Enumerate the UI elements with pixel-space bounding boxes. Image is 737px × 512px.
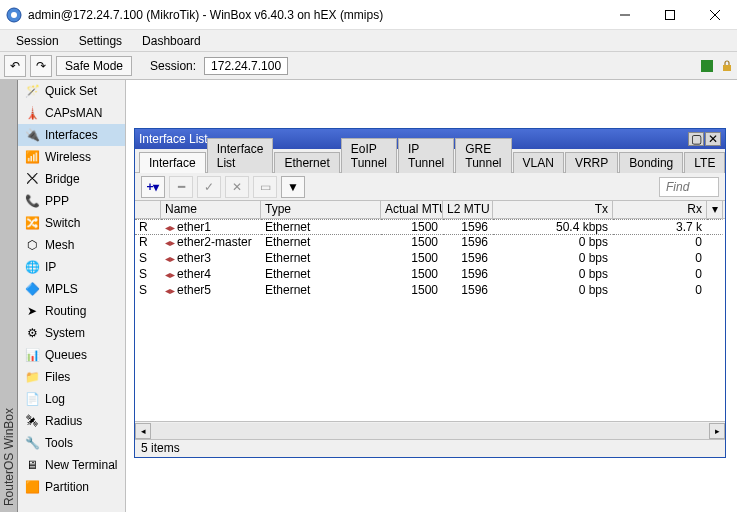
scroll-right-button[interactable]: ▸ xyxy=(709,423,725,439)
column-flag[interactable] xyxy=(135,201,161,218)
column-name[interactable]: Name xyxy=(161,201,261,218)
wand-icon: 🪄 xyxy=(24,83,40,99)
sidebar-item-radius[interactable]: 🛰Radius xyxy=(18,410,125,432)
sidebar-item-ppp[interactable]: 📞PPP xyxy=(18,190,125,212)
column-menu[interactable]: ▾ xyxy=(707,201,723,218)
undo-icon: ↶ xyxy=(10,59,20,73)
disable-button[interactable]: ✕ xyxy=(225,176,249,198)
files-icon: 📁 xyxy=(24,369,40,385)
subwindow-close-button[interactable]: ✕ xyxy=(705,132,721,146)
interface-icon: ◂▸ xyxy=(165,237,175,248)
sidebar-item-label: Bridge xyxy=(45,172,80,186)
cell-type: Ethernet xyxy=(261,219,381,235)
sidebar-item-capsman[interactable]: 🗼CAPsMAN xyxy=(18,102,125,124)
tab-eoip-tunnel[interactable]: EoIP Tunnel xyxy=(341,138,397,173)
sidebar-item-log[interactable]: 📄Log xyxy=(18,388,125,410)
sidebar-item-label: Tools xyxy=(45,436,73,450)
add-button[interactable]: +▾ xyxy=(141,176,165,198)
tab-ip-tunnel[interactable]: IP Tunnel xyxy=(398,138,454,173)
sidebar-item-label: Files xyxy=(45,370,70,384)
column-type[interactable]: Type xyxy=(261,201,381,218)
interface-list-window: Interface List ▢ ✕ InterfaceInterface Li… xyxy=(134,128,726,458)
sidebar-item-label: Log xyxy=(45,392,65,406)
sidebar-item-tools[interactable]: 🔧Tools xyxy=(18,432,125,454)
maximize-button[interactable] xyxy=(647,0,692,29)
sidebar-item-routing[interactable]: ➤Routing xyxy=(18,300,125,322)
scroll-track[interactable] xyxy=(151,423,709,439)
cell-tx: 0 bps xyxy=(493,251,613,267)
grid-header: Name Type Actual MTU L2 MTU Tx Rx ▾ xyxy=(135,201,725,219)
cross-icon: ✕ xyxy=(232,180,242,194)
dock-icon: ▢ xyxy=(691,132,702,146)
table-row[interactable]: R◂▸ether2-masterEthernet150015960 bps0 xyxy=(135,235,725,251)
term-icon: 🖥 xyxy=(24,457,40,473)
remove-button[interactable]: ━ xyxy=(169,176,193,198)
tab-gre-tunnel[interactable]: GRE Tunnel xyxy=(455,138,511,173)
tab-vrrp[interactable]: VRRP xyxy=(565,152,618,173)
sidebar-item-queues[interactable]: 📊Queues xyxy=(18,344,125,366)
sidebar-item-bridge[interactable]: 🞩Bridge xyxy=(18,168,125,190)
table-row[interactable]: S◂▸ether4Ethernet150015960 bps0 xyxy=(135,267,725,283)
filter-button[interactable]: ▼ xyxy=(281,176,305,198)
safe-mode-button[interactable]: Safe Mode xyxy=(56,56,132,76)
cell-name: ◂▸ether5 xyxy=(161,283,261,299)
cell-type: Ethernet xyxy=(261,283,381,299)
sidebar-item-partition[interactable]: 🟧Partition xyxy=(18,476,125,498)
sidebar-item-switch[interactable]: 🔀Switch xyxy=(18,212,125,234)
table-row[interactable]: S◂▸ether3Ethernet150015960 bps0 xyxy=(135,251,725,267)
sidebar-item-system[interactable]: ⚙System xyxy=(18,322,125,344)
bridge-icon: 🞩 xyxy=(24,171,40,187)
interface-icon: ◂▸ xyxy=(165,285,175,296)
find-input[interactable] xyxy=(659,177,719,197)
scroll-left-button[interactable]: ◂ xyxy=(135,423,151,439)
log-icon: 📄 xyxy=(24,391,40,407)
window-title: admin@172.24.7.100 (MikroTik) - WinBox v… xyxy=(28,8,602,22)
sidebar-item-mpls[interactable]: 🔷MPLS xyxy=(18,278,125,300)
cell-mtu: 1500 xyxy=(381,283,443,299)
column-l2-mtu[interactable]: L2 MTU xyxy=(443,201,493,218)
sidebar-item-mesh[interactable]: ⬡Mesh xyxy=(18,234,125,256)
sidebar-item-interfaces[interactable]: 🔌Interfaces xyxy=(18,124,125,146)
subwindow-dock-button[interactable]: ▢ xyxy=(688,132,704,146)
undo-button[interactable]: ↶ xyxy=(4,55,26,77)
minus-icon: ━ xyxy=(178,180,185,194)
tab-interface[interactable]: Interface xyxy=(139,152,206,173)
cell-flag: S xyxy=(135,267,161,283)
menu-settings[interactable]: Settings xyxy=(69,31,132,51)
sidebar-item-wireless[interactable]: 📶Wireless xyxy=(18,146,125,168)
sidebar-item-quick-set[interactable]: 🪄Quick Set xyxy=(18,80,125,102)
tab-lte[interactable]: LTE xyxy=(684,152,725,173)
comment-button[interactable]: ▭ xyxy=(253,176,277,198)
svg-point-1 xyxy=(11,12,17,18)
column-tx[interactable]: Tx xyxy=(493,201,613,218)
table-row[interactable]: R◂▸ether1Ethernet1500159650.4 kbps3.7 k xyxy=(135,219,725,235)
interface-icon: ◂▸ xyxy=(165,269,175,280)
content-area: Interface List ▢ ✕ InterfaceInterface Li… xyxy=(126,80,737,512)
enable-button[interactable]: ✓ xyxy=(197,176,221,198)
sidebar-item-label: Radius xyxy=(45,414,82,428)
cell-mtu: 1500 xyxy=(381,251,443,267)
menu-dashboard[interactable]: Dashboard xyxy=(132,31,211,51)
tab-interface-list[interactable]: Interface List xyxy=(207,138,274,173)
close-button[interactable] xyxy=(692,0,737,29)
sidebar-item-files[interactable]: 📁Files xyxy=(18,366,125,388)
sidebar-item-label: CAPsMAN xyxy=(45,106,102,120)
cell-tx: 0 bps xyxy=(493,235,613,251)
sidebar-item-new-terminal[interactable]: 🖥New Terminal xyxy=(18,454,125,476)
menu-session[interactable]: Session xyxy=(6,31,69,51)
status-indicator-green xyxy=(701,60,713,72)
column-actual-mtu[interactable]: Actual MTU xyxy=(381,201,443,218)
horizontal-scrollbar[interactable]: ◂ ▸ xyxy=(135,421,725,439)
tab-ethernet[interactable]: Ethernet xyxy=(274,152,339,173)
sidebar-item-ip[interactable]: 🌐IP xyxy=(18,256,125,278)
tab-bonding[interactable]: Bonding xyxy=(619,152,683,173)
switch-icon: 🔀 xyxy=(24,215,40,231)
tab-vlan[interactable]: VLAN xyxy=(513,152,564,173)
session-value: 172.24.7.100 xyxy=(204,57,288,75)
column-rx[interactable]: Rx xyxy=(613,201,707,218)
table-row[interactable]: S◂▸ether5Ethernet150015960 bps0 xyxy=(135,283,725,299)
redo-button[interactable]: ↷ xyxy=(30,55,52,77)
minimize-button[interactable] xyxy=(602,0,647,29)
sidebar-item-label: Wireless xyxy=(45,150,91,164)
iface-icon: 🔌 xyxy=(24,127,40,143)
